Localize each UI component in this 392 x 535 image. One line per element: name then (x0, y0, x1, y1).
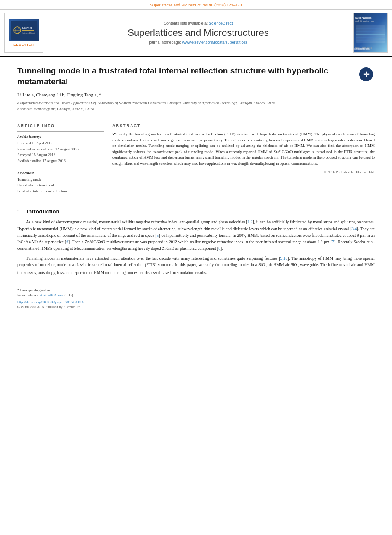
affil-a: a Information Materials and Device Appli… (17, 101, 375, 106)
journal-reference[interactable]: Superlattices and Microstructures 98 (20… (150, 3, 242, 7)
divider-1 (17, 118, 375, 118)
section-divider (17, 201, 375, 201)
keyword-3: Frustrated total internal reflection (17, 188, 104, 194)
intro-paragraphs: As a new kind of electromagnetic materia… (17, 219, 375, 276)
received-date: Received 13 April 2016 (17, 140, 104, 146)
cover-image: Superlattices and Microstructures ISSN: … (353, 13, 388, 53)
ref-7[interactable]: 9,10 (280, 256, 288, 261)
svg-rect-10 (356, 25, 385, 43)
journal-title: Superlattices and Microstructures (127, 27, 268, 38)
crossmark-icon: ✛ (359, 67, 373, 81)
keywords-label: Keywords: (17, 171, 104, 175)
article-info: ARTICLE INFO Article history: Received 1… (17, 124, 104, 194)
svg-text:ISSN: 0749-6036: ISSN: 0749-6036 (355, 47, 372, 49)
elsevier-label: ELSEVIER (13, 43, 34, 47)
svg-text:Science Direct: Science Direct (22, 32, 35, 34)
email-line: E-mail address: skottt@163.com (C. Li). (17, 293, 375, 298)
keyword-1: Tunneling mode (17, 177, 104, 183)
ref-3[interactable]: 5 (156, 233, 159, 238)
ref-1[interactable]: 1,2 (248, 220, 253, 224)
email-link[interactable]: skottt@163.com (40, 293, 63, 297)
copyright-line: © 2016 Published by Elsevier Ltd. (112, 170, 375, 174)
sciencedirect-link[interactable]: ScienceDirect (209, 21, 233, 25)
contents-label: Contents lists available at ScienceDirec… (163, 21, 233, 25)
keywords: Keywords: Tunneling mode Hyperbolic meta… (17, 171, 104, 194)
svg-rect-5 (22, 30, 34, 31)
corresponding-label: * Corresponding author. (17, 288, 375, 293)
paper-body: Tunneling mode in a frustrated total int… (0, 57, 392, 318)
elsevier-logo: Elsevier Science Direct ELSEVIER (4, 13, 43, 53)
ref-4[interactable]: 6 (66, 240, 68, 244)
available-date: Available online 17 August 2016 (17, 158, 104, 164)
affiliations: a Information Materials and Device Appli… (17, 101, 375, 112)
crossmark[interactable]: ✛ (357, 66, 375, 83)
svg-text:Elsevier: Elsevier (22, 26, 32, 29)
keyword-2: Hyperbolic metamaterial (17, 182, 104, 188)
issn-line: 0749-6036/© 2016 Published by Elsevier L… (17, 305, 375, 309)
journal-header: Elsevier Science Direct ELSEVIER Content… (0, 10, 392, 57)
svg-text:Superlattices: Superlattices (355, 16, 372, 19)
ref-5[interactable]: 7 (332, 240, 334, 244)
ref-6[interactable]: 8 (218, 246, 220, 251)
svg-text:and Microstructures: and Microstructures (355, 20, 374, 22)
intro-para-1: As a new kind of electromagnetic materia… (17, 219, 375, 252)
paper-title: Tunneling mode in a frustrated total int… (17, 66, 375, 87)
footnote-text: * Corresponding author. E-mail address: … (17, 288, 375, 298)
logo-graphic: Elsevier Science Direct (9, 19, 39, 41)
footnote-section: * Corresponding author. E-mail address: … (17, 285, 375, 309)
info-divider (17, 131, 104, 132)
doi-link[interactable]: http://dx.doi.org/10.1016/j.apmi.2016.08… (17, 300, 375, 304)
history-label: Article history: (17, 134, 104, 139)
keywords-list: Tunneling mode Hyperbolic metamaterial F… (17, 177, 104, 194)
article-dates: Received 13 April 2016 Received in revis… (17, 140, 104, 164)
center-section: Contents lists available at ScienceDirec… (48, 13, 349, 53)
affil-b: b Solorem Technology Inc, Chengdu, 61020… (17, 107, 375, 112)
ref-2[interactable]: 3,4 (351, 227, 357, 231)
homepage-label: journal homepage: www.elsevier.com/locat… (149, 40, 247, 45)
authors: Li Luo a, Chaoyang Li b, Tingting Tang a… (17, 92, 375, 97)
intro-para-2: Tunneling modes in metamaterials have at… (17, 255, 375, 276)
accepted-date: Accepted 15 August 2016 (17, 152, 104, 158)
info-divider-2 (17, 168, 104, 168)
abstract-title: ABSTRACT (112, 124, 375, 128)
intro-heading: 1. Introduction (17, 208, 375, 215)
abstract-text: We study the tunneling modes in a frustr… (112, 131, 375, 166)
revised-date: Received in revised form 12 August 2016 (17, 146, 104, 153)
abstract-section: ABSTRACT We study the tunneling modes in… (112, 124, 375, 194)
homepage-url[interactable]: www.elsevier.com/locate/superlattices (182, 40, 248, 45)
two-col-layout: ARTICLE INFO Article history: Received 1… (17, 124, 375, 194)
top-bar: Superlattices and Microstructures 98 (20… (0, 0, 392, 10)
article-info-title: ARTICLE INFO (17, 124, 104, 128)
introduction-section: 1. Introduction As a new kind of electro… (17, 208, 375, 276)
cover-graphic: Superlattices and Microstructures ISSN: … (354, 13, 387, 52)
